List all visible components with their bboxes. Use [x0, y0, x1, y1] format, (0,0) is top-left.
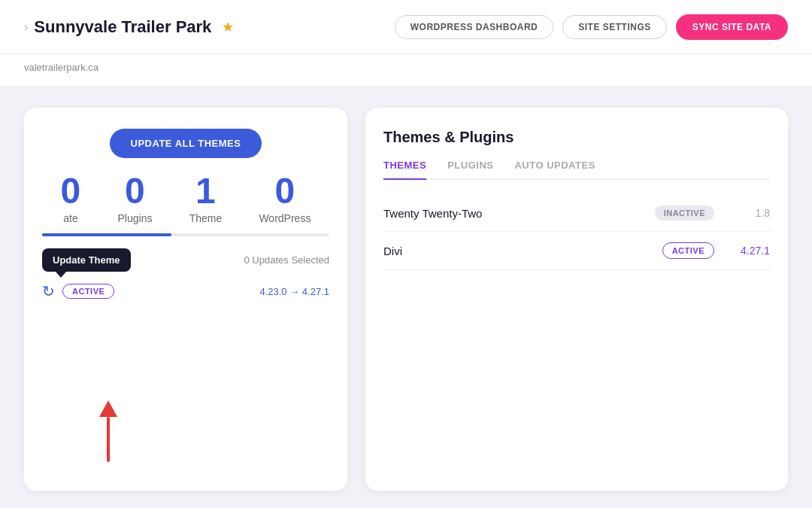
theme-row-twenty-two: Twenty Twenty-Two INACTIVE 1.8: [383, 195, 770, 232]
site-url: valetrailerpark.ca: [24, 62, 98, 73]
header-left: › Sunnyvale Trailer Park ★: [24, 17, 234, 37]
arrow-line: [107, 417, 110, 462]
active-badge: ACTIVE: [62, 284, 114, 299]
stat-theme-number: 1: [189, 173, 223, 209]
breadcrumb-icon: ›: [24, 20, 28, 34]
wordpress-dashboard-button[interactable]: WORDPRESS DASHBOARD: [395, 15, 554, 39]
theme-name-divi: Divi: [383, 245, 662, 257]
tabs-row: THEMES PLUGINS AUTO UPDATES: [383, 160, 770, 180]
tab-plugins[interactable]: PLUGINS: [447, 160, 493, 178]
header-right: WORDPRESS DASHBOARD SITE SETTINGS SYNC S…: [395, 14, 788, 40]
refresh-icon[interactable]: ↻: [42, 282, 55, 300]
header: › Sunnyvale Trailer Park ★ WORDPRESS DAS…: [0, 0, 812, 54]
star-icon[interactable]: ★: [222, 19, 234, 35]
updates-selected: 0 Updates Selected: [244, 254, 329, 266]
tooltip-arrow: [56, 272, 66, 278]
stat-ate-label: ate: [61, 212, 81, 224]
stat-plugins-number: 0: [118, 173, 153, 209]
theme-row-divi: Divi ACTIVE 4.27.1: [383, 232, 770, 270]
sub-header: valetrailerpark.ca: [0, 54, 812, 87]
site-settings-button[interactable]: SITE SETTINGS: [562, 15, 667, 39]
active-badge-divi: ACTIVE: [662, 242, 714, 259]
sync-site-data-button[interactable]: SYNC SITE DATA: [676, 14, 788, 40]
stats-row: 0 ate 0 Plugins 1 Theme 0 WordPress: [42, 173, 329, 224]
theme-version-twenty-two: 1.8: [732, 207, 770, 219]
tab-auto-updates[interactable]: AUTO UPDATES: [514, 160, 595, 178]
tab-themes[interactable]: THEMES: [383, 160, 426, 180]
card-title: Themes & Plugins: [383, 129, 770, 146]
page-title: Sunnyvale Trailer Park: [34, 17, 211, 37]
stat-plugins-label: Plugins: [118, 212, 153, 224]
stat-plugins: 0 Plugins: [118, 173, 153, 224]
version-info: 4.23.0 → 4.27.1: [259, 286, 329, 297]
theme-name-twenty-two: Twenty Twenty-Two: [383, 207, 655, 220]
annotation-arrow: [99, 402, 117, 462]
divi-update-row: ↻ ACTIVE 4.23.0 → 4.27.1: [42, 282, 329, 300]
updates-row: Update Theme 0 Updates Selected: [42, 248, 329, 272]
stat-ate: 0 ate: [61, 173, 81, 224]
stat-theme: 1 Theme: [189, 173, 223, 224]
arrow-head: [99, 400, 117, 417]
stat-ate-number: 0: [61, 173, 81, 209]
themes-plugins-card: Themes & Plugins THEMES PLUGINS AUTO UPD…: [365, 108, 788, 491]
progress-bar: [42, 233, 329, 236]
update-theme-button[interactable]: Update Theme: [42, 248, 131, 272]
stat-wordpress: 0 WordPress: [259, 173, 311, 224]
inactive-badge: INACTIVE: [655, 205, 714, 221]
main-content: UPDATE ALL THEMES 0 ate 0 Plugins 1 Them…: [0, 87, 812, 508]
theme-version-divi: 4.27.1: [732, 245, 770, 257]
progress-bar-fill: [42, 233, 171, 236]
stat-theme-label: Theme: [189, 212, 223, 224]
updates-card: UPDATE ALL THEMES 0 ate 0 Plugins 1 Them…: [24, 108, 347, 491]
stat-wordpress-label: WordPress: [259, 212, 311, 224]
stat-wordpress-number: 0: [259, 173, 311, 209]
update-all-themes-button[interactable]: UPDATE ALL THEMES: [110, 129, 262, 158]
